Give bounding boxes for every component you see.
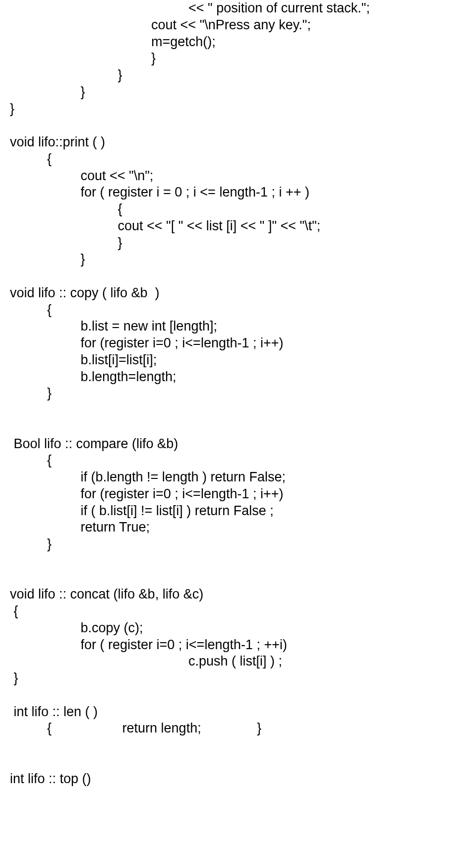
code-line: m=getch(); [10,34,466,51]
code-page: << " position of current stack."; cout <… [0,0,476,807]
code-line: for (register i=0 ; i<=length-1 ; i++) [10,486,466,503]
code-line: } [10,235,466,252]
code-line [10,402,466,419]
code-line: int lifo :: top () [10,771,466,788]
code-line: { [10,603,466,620]
code-line: if (b.length != length ) return False; [10,469,466,486]
code-line: } [10,385,466,402]
code-line [10,754,466,771]
code-line: c.push ( list[i] ) ; [10,653,466,670]
code-line: } [10,251,466,268]
code-line [10,419,466,436]
code-line [10,737,466,754]
code-line: { [10,452,466,469]
code-line: for ( register i = 0 ; i <= length-1 ; i… [10,184,466,201]
code-line: } [10,67,466,84]
code-line [10,553,466,570]
code-line: Bool lifo :: compare (lifo &b) [10,436,466,453]
code-line [10,570,466,587]
code-line: return True; [10,519,466,536]
code-line: b.copy (c); [10,620,466,637]
code-line: } [10,50,466,67]
code-line: << " position of current stack."; [10,0,466,17]
code-line: { [10,302,466,319]
code-line: b.list[i]=list[i]; [10,352,466,369]
code-line: cout << "\nPress any key."; [10,17,466,34]
code-line: } [10,536,466,553]
code-line: } [10,101,466,118]
code-line: if ( b.list[i] != list[i] ) return False… [10,503,466,520]
code-line [10,117,466,134]
code-line: void lifo :: concat (lifo &b, lifo &c) [10,586,466,603]
code-line [10,268,466,285]
code-line: { return length; } [10,720,466,737]
code-line: int lifo :: len ( ) [10,704,466,721]
code-line: void lifo :: copy ( lifo &b ) [10,285,466,302]
code-line [10,687,466,704]
code-line: { [10,201,466,218]
code-line: } [10,670,466,687]
code-line: cout << "\n"; [10,168,466,185]
code-line: b.length=length; [10,369,466,386]
code-line: cout << "[ " << list [i] << " ]" << "\t"… [10,218,466,235]
code-line: { [10,151,466,168]
code-line: for (register i=0 ; i<=length-1 ; i++) [10,335,466,352]
code-line: for ( register i=0 ; i<=length-1 ; ++i) [10,637,466,654]
code-line: void lifo::print ( ) [10,134,466,151]
code-line: b.list = new int [length]; [10,318,466,335]
code-line: } [10,84,466,101]
